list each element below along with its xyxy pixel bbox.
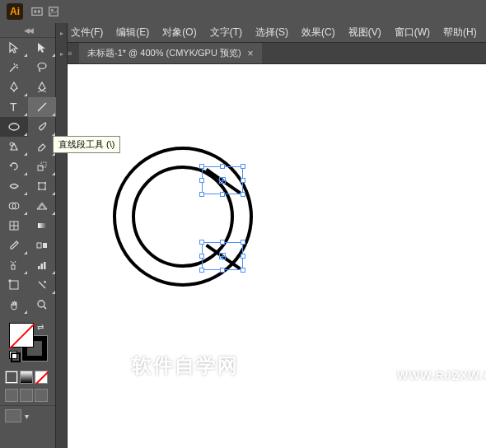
- toolbox-collapse[interactable]: ◀◀: [0, 23, 55, 38]
- selection-handle[interactable]: [199, 178, 204, 183]
- menu-type[interactable]: 文字(T): [207, 24, 245, 41]
- tabbar-overflow-icon[interactable]: »: [68, 49, 76, 58]
- gradient-tool[interactable]: [28, 216, 56, 236]
- perspective-grid-tool[interactable]: [28, 196, 56, 216]
- menu-object[interactable]: 对象(O): [159, 24, 199, 41]
- draw-inside-button[interactable]: [35, 389, 48, 402]
- selection-handle[interactable]: [199, 164, 204, 169]
- draw-behind-button[interactable]: [20, 389, 33, 402]
- svg-point-8: [9, 124, 19, 130]
- tool-tooltip: 直线段工具 (\): [53, 136, 120, 153]
- selection-tool[interactable]: [0, 38, 28, 58]
- zoom-tool[interactable]: [28, 295, 56, 315]
- selection-handle[interactable]: [241, 164, 245, 169]
- selection-handle[interactable]: [199, 192, 204, 197]
- svg-rect-28: [44, 262, 46, 269]
- width-tool[interactable]: [0, 176, 28, 196]
- bridge-icon[interactable]: [31, 6, 43, 17]
- menu-view[interactable]: 视图(V): [345, 24, 385, 41]
- scale-tool[interactable]: [28, 156, 56, 176]
- menubar: 文件(F) 编辑(E) 对象(O) 文字(T) 选择(S) 效果(C) 视图(V…: [0, 23, 486, 43]
- paintbrush-tool[interactable]: [28, 117, 56, 137]
- line-segment-tool[interactable]: [28, 97, 56, 117]
- titlebar-icons: [31, 6, 59, 17]
- watermark-text: 软件自学网: [132, 352, 239, 379]
- selection-handle[interactable]: [199, 254, 204, 259]
- symbol-sprayer-tool[interactable]: [0, 255, 28, 275]
- svg-rect-2: [38, 10, 40, 13]
- color-swatch-button[interactable]: [5, 371, 18, 384]
- artboard-tool[interactable]: [0, 275, 28, 295]
- menu-select[interactable]: 选择(S): [252, 24, 292, 41]
- tool-grid: T: [0, 38, 55, 315]
- color-mode-row: [0, 369, 55, 385]
- stock-icon[interactable]: [48, 6, 59, 17]
- svg-rect-23: [37, 243, 41, 248]
- document-tab-title: 未标题-1* @ 400% (CMYK/GPU 预览): [87, 47, 241, 59]
- mesh-tool[interactable]: [0, 216, 28, 236]
- pen-tool[interactable]: [0, 77, 28, 97]
- svg-rect-25: [12, 265, 15, 269]
- svg-rect-24: [43, 243, 47, 248]
- selection-handle[interactable]: [199, 240, 204, 245]
- menu-file[interactable]: 文件(F): [68, 24, 106, 41]
- tab-close-icon[interactable]: ×: [248, 48, 254, 59]
- selection-handle[interactable]: [241, 240, 245, 245]
- draw-normal-button[interactable]: [5, 389, 18, 402]
- gradient-swatch-button[interactable]: [20, 371, 33, 384]
- svg-rect-0: [32, 8, 42, 16]
- svg-rect-26: [38, 266, 40, 269]
- direct-selection-tool[interactable]: [28, 38, 56, 58]
- swap-fill-stroke-icon[interactable]: ⇄: [37, 323, 44, 332]
- blend-tool[interactable]: [28, 236, 56, 255]
- rotate-tool[interactable]: [0, 156, 28, 176]
- menu-edit[interactable]: 编辑(E): [113, 24, 152, 41]
- eyedropper-tool[interactable]: [0, 236, 28, 255]
- selection-handle[interactable]: [241, 268, 245, 273]
- screen-mode-button[interactable]: [5, 409, 21, 422]
- menu-effect[interactable]: 效果(C): [298, 24, 339, 41]
- selection-handle[interactable]: [220, 240, 225, 245]
- draw-mode-row: [0, 385, 55, 405]
- shaper-tool[interactable]: [0, 137, 28, 156]
- eraser-tool[interactable]: [28, 137, 56, 156]
- selection-handle[interactable]: [220, 268, 225, 273]
- fill-stroke-swatches[interactable]: ⇄: [9, 323, 47, 361]
- ellipse-tool[interactable]: [0, 117, 28, 137]
- hand-tool[interactable]: [0, 295, 28, 315]
- menu-window[interactable]: 窗口(W): [391, 24, 433, 41]
- svg-point-32: [38, 301, 44, 307]
- screen-mode-dropdown-icon[interactable]: ▾: [25, 412, 29, 421]
- column-graph-tool[interactable]: [28, 255, 56, 275]
- color-section: ⇄: [0, 315, 55, 369]
- tabbar: » 未标题-1* @ 400% (CMYK/GPU 预览) ×: [0, 43, 486, 64]
- svg-rect-11: [41, 162, 46, 167]
- svg-text:T: T: [10, 100, 17, 114]
- screen-mode-row: ▾: [0, 405, 55, 426]
- menu-help[interactable]: 帮助(H): [440, 24, 480, 41]
- selection-handle[interactable]: [220, 192, 225, 197]
- selection-handle[interactable]: [241, 254, 245, 259]
- default-fill-stroke-icon[interactable]: [9, 351, 19, 361]
- svg-line-33: [44, 306, 46, 309]
- lasso-tool[interactable]: [28, 58, 56, 77]
- selection-center-icon: [219, 177, 226, 184]
- selection-handle[interactable]: [241, 192, 245, 197]
- svg-point-4: [51, 9, 54, 12]
- artboard[interactable]: 软件自学网 WWW.RJZXW.COM: [68, 64, 486, 448]
- free-transform-tool[interactable]: [28, 176, 56, 196]
- slice-tool[interactable]: [28, 275, 56, 295]
- edge-chev-icon: ▸: [60, 30, 63, 37]
- fill-swatch[interactable]: [9, 323, 34, 348]
- magic-wand-tool[interactable]: [0, 58, 28, 77]
- collapse-arrows-icon: ◀◀: [24, 26, 32, 35]
- document-tab[interactable]: 未标题-1* @ 400% (CMYK/GPU 预览) ×: [79, 43, 262, 63]
- curvature-tool[interactable]: [28, 77, 56, 97]
- selection-handle[interactable]: [199, 268, 204, 273]
- titlebar: Ai: [0, 0, 486, 23]
- selection-handle[interactable]: [241, 178, 245, 183]
- none-swatch-button[interactable]: [35, 371, 48, 384]
- shape-builder-tool[interactable]: [0, 196, 28, 216]
- selection-handle[interactable]: [220, 164, 225, 169]
- type-tool[interactable]: T: [0, 97, 28, 117]
